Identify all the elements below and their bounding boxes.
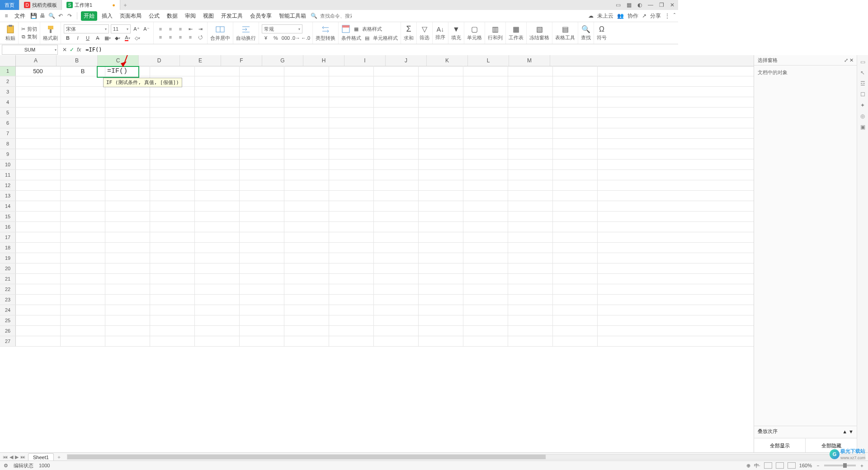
cell[interactable]: [329, 180, 374, 190]
cell[interactable]: [240, 66, 284, 76]
cell[interactable]: [419, 191, 463, 201]
cell[interactable]: [195, 76, 240, 86]
cell[interactable]: [329, 336, 374, 346]
cell[interactable]: [284, 305, 329, 315]
cell[interactable]: [553, 149, 598, 159]
cell[interactable]: [329, 274, 374, 284]
row-header[interactable]: 18: [0, 243, 16, 253]
cell[interactable]: [329, 326, 374, 336]
cell[interactable]: [419, 253, 463, 263]
col-header-I[interactable]: I: [344, 55, 386, 66]
col-header-G[interactable]: G: [262, 55, 303, 66]
cell[interactable]: [150, 180, 195, 190]
underline-icon[interactable]: U: [84, 34, 92, 42]
cell[interactable]: [150, 139, 195, 149]
row-header[interactable]: 21: [0, 274, 16, 284]
cell[interactable]: [419, 305, 463, 315]
cell[interactable]: [61, 274, 105, 284]
cell[interactable]: [463, 76, 508, 86]
cell[interactable]: [61, 263, 105, 273]
grid[interactable]: ABCDEFGHIJKLM 1500B=IF()2345678910111213…: [0, 55, 678, 367]
cell[interactable]: [463, 180, 508, 190]
cell[interactable]: [284, 139, 329, 149]
cell[interactable]: [508, 326, 553, 336]
cell[interactable]: [463, 149, 508, 159]
cell[interactable]: [284, 160, 329, 169]
row-header[interactable]: 10: [0, 160, 16, 169]
cell[interactable]: [419, 97, 463, 107]
cell[interactable]: [105, 284, 150, 294]
cell[interactable]: [329, 170, 374, 180]
cell[interactable]: [195, 295, 240, 305]
tab-template[interactable]: D 找稻壳模板: [19, 0, 62, 10]
cell[interactable]: [105, 118, 150, 128]
row-header[interactable]: 11: [0, 170, 16, 180]
cell[interactable]: [329, 87, 374, 97]
cell[interactable]: [553, 222, 598, 232]
cell[interactable]: [195, 305, 240, 315]
cell[interactable]: [16, 97, 61, 107]
fill-color-icon[interactable]: ◆▾: [113, 34, 122, 42]
rowcol-icon[interactable]: ▥: [492, 25, 499, 33]
align-right-icon[interactable]: ≡: [176, 33, 184, 41]
cell[interactable]: [195, 201, 240, 211]
cell[interactable]: [329, 128, 374, 138]
cell[interactable]: [508, 315, 553, 325]
col-header-J[interactable]: J: [386, 55, 427, 66]
cell[interactable]: [374, 118, 419, 128]
wrap-label[interactable]: 自动换行: [236, 35, 256, 42]
cell[interactable]: [284, 191, 329, 201]
col-header-B[interactable]: B: [57, 55, 98, 66]
cell[interactable]: [419, 263, 463, 273]
cell[interactable]: [240, 97, 284, 107]
cell[interactable]: [284, 149, 329, 159]
row-header[interactable]: 24: [0, 305, 16, 315]
cell[interactable]: [284, 97, 329, 107]
cell[interactable]: [150, 274, 195, 284]
close-button[interactable]: ✕: [668, 2, 676, 8]
rowcol-label[interactable]: 行和列: [488, 34, 503, 41]
cell[interactable]: [508, 76, 553, 86]
cell[interactable]: [105, 232, 150, 242]
cell[interactable]: [195, 222, 240, 232]
cell[interactable]: 500: [16, 66, 61, 76]
shrink-font-icon[interactable]: A⁻: [142, 25, 151, 33]
cell[interactable]: [463, 315, 508, 325]
cell[interactable]: [16, 180, 61, 190]
cell[interactable]: [16, 160, 61, 169]
font-name-combo[interactable]: 宋体▾: [64, 24, 109, 33]
minimize-button[interactable]: —: [646, 2, 655, 8]
cell[interactable]: [61, 76, 105, 86]
cell[interactable]: [463, 170, 508, 180]
cell[interactable]: [16, 222, 61, 232]
cell[interactable]: [374, 149, 419, 159]
fill-icon[interactable]: ▼: [453, 25, 460, 33]
cell[interactable]: [284, 284, 329, 294]
cell[interactable]: [61, 97, 105, 107]
row-header[interactable]: 9: [0, 149, 16, 159]
copy-icon[interactable]: ⧉: [22, 34, 25, 40]
font-size-combo[interactable]: 11▾: [111, 24, 131, 33]
cell[interactable]: [553, 326, 598, 336]
cell[interactable]: [105, 201, 150, 211]
cell[interactable]: [195, 336, 240, 346]
cell[interactable]: [508, 97, 553, 107]
cell[interactable]: [374, 108, 419, 118]
cell[interactable]: [553, 170, 598, 180]
cell[interactable]: [61, 108, 105, 118]
cell[interactable]: [329, 201, 374, 211]
cell[interactable]: [374, 191, 419, 201]
cell-label[interactable]: 单元格: [467, 34, 482, 41]
cell[interactable]: [374, 222, 419, 232]
cell[interactable]: [553, 232, 598, 242]
cell[interactable]: [195, 253, 240, 263]
cell[interactable]: [463, 263, 508, 273]
cell[interactable]: [374, 326, 419, 336]
cell[interactable]: [150, 128, 195, 138]
align-center-icon[interactable]: ≡: [166, 33, 175, 41]
cell[interactable]: [463, 336, 508, 346]
win-icon-3[interactable]: ◐: [636, 2, 644, 8]
cell[interactable]: [240, 76, 284, 86]
cell[interactable]: [195, 149, 240, 159]
font-color-icon[interactable]: A▾: [123, 34, 132, 42]
